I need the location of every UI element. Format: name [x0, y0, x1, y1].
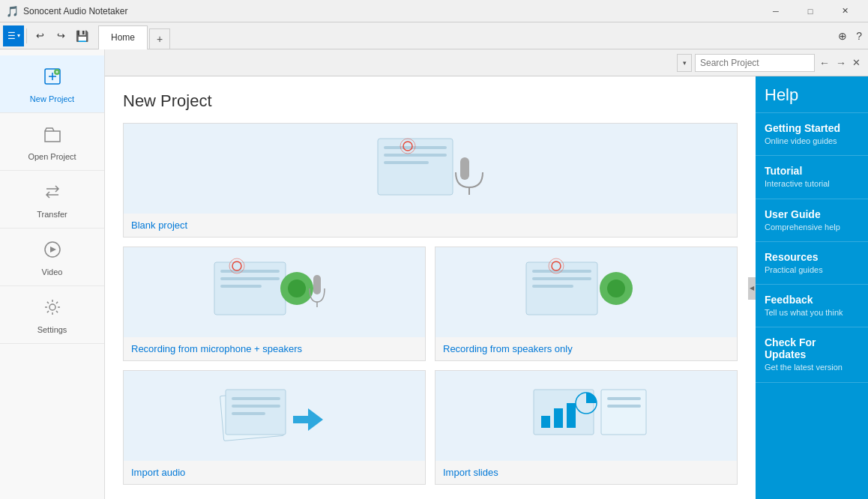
check-updates-subtitle: Get the latest version — [765, 362, 859, 372]
tutorial-subtitle: Interactive tutorial — [765, 178, 859, 189]
new-project-icon — [42, 66, 63, 91]
blank-project-card[interactable]: Blank project — [123, 123, 738, 238]
tab-area: Home + — [98, 22, 170, 49]
sidebar-item-open-project[interactable]: Open Project — [0, 113, 104, 171]
close-button[interactable]: ✕ — [828, 0, 862, 22]
sidebar-item-video[interactable]: Video — [0, 229, 104, 286]
svg-rect-7 — [384, 154, 447, 157]
svg-rect-19 — [313, 275, 321, 294]
open-project-icon — [42, 124, 63, 149]
import-audio-card[interactable]: Import audio — [123, 370, 426, 485]
speakers-only-card[interactable]: Recording from speakers only — [435, 247, 738, 361]
sidebar-open-project-label: Open Project — [28, 152, 76, 161]
search-next-button[interactable]: → — [834, 57, 848, 69]
user-guide-subtitle: Comprehensive help — [765, 222, 859, 232]
svg-rect-39 — [567, 403, 576, 428]
svg-rect-9 — [460, 157, 469, 180]
svg-rect-25 — [532, 277, 591, 280]
user-guide-title: User Guide — [765, 208, 859, 220]
help-button[interactable]: ? — [853, 28, 865, 43]
feedback-title: Feedback — [765, 294, 859, 306]
blank-project-label: Blank project — [124, 214, 737, 237]
svg-rect-15 — [220, 277, 280, 280]
speakers-only-image — [435, 247, 737, 337]
speakers-only-label: Recording from speakers only — [435, 337, 737, 360]
main-area: New Project Open Project Transfer — [0, 49, 868, 499]
svg-point-18 — [288, 279, 306, 297]
sidebar-settings-label: Settings — [37, 325, 67, 334]
tab-add-button[interactable]: + — [149, 28, 170, 49]
menu-button[interactable]: ☰ ▾ — [3, 25, 24, 46]
getting-started-title: Getting Started — [765, 122, 859, 134]
help-item-feedback[interactable]: Feedback Tell us what you think — [756, 285, 868, 327]
mic-speakers-card[interactable]: Recording from microphone + speakers — [123, 247, 426, 361]
svg-rect-38 — [554, 408, 563, 428]
import-slides-card[interactable]: Import slides — [435, 370, 738, 485]
getting-started-subtitle: Online video guides — [765, 136, 859, 146]
maximize-button[interactable]: □ — [793, 0, 828, 22]
svg-point-4 — [49, 304, 55, 310]
search-dropdown-button[interactable]: ▾ — [677, 54, 692, 72]
feedback-subtitle: Tell us what you think — [765, 307, 859, 318]
svg-point-28 — [607, 279, 625, 297]
svg-rect-16 — [220, 285, 262, 288]
transfer-icon — [42, 181, 63, 207]
zoom-button[interactable]: ⊕ — [835, 28, 850, 43]
import-audio-label: Import audio — [124, 461, 425, 484]
sidebar: New Project Open Project Transfer — [0, 49, 105, 499]
minimize-button[interactable]: ─ — [759, 0, 793, 22]
settings-icon — [42, 297, 63, 322]
toolbar: ☰ ▾ ↩ ↪ 💾 Home + ⊕ ? — [0, 22, 868, 49]
redo-button[interactable]: ↪ — [50, 25, 71, 46]
resources-subtitle: Practical guides — [765, 264, 859, 275]
content-area: SCREENPEDIA New Project — [105, 76, 756, 499]
panel-toggle-button[interactable]: ◀ — [748, 277, 756, 300]
menu-dropdown-arrow: ▾ — [17, 32, 20, 39]
svg-rect-37 — [541, 416, 550, 428]
sidebar-video-label: Video — [42, 267, 63, 276]
content-wrapper: ▾ ← → ✕ SCREENPEDIA New Project — [105, 49, 868, 499]
toolbar-separator-1 — [26, 28, 27, 43]
mic-speakers-image — [124, 247, 425, 337]
svg-rect-34 — [232, 405, 280, 408]
menu-icon: ☰ — [7, 31, 16, 41]
mic-speakers-label: Recording from microphone + speakers — [124, 337, 425, 360]
svg-rect-41 — [601, 390, 646, 435]
help-item-check-updates[interactable]: Check For Updates Get the latest version — [756, 327, 868, 382]
video-icon — [42, 239, 63, 264]
help-item-resources[interactable]: Resources Practical guides — [756, 242, 868, 285]
project-grid: Blank project — [123, 123, 738, 485]
page-title: New Project — [123, 91, 738, 111]
search-close-button[interactable]: ✕ — [851, 57, 862, 68]
svg-rect-43 — [607, 405, 641, 408]
import-slides-image — [435, 371, 737, 461]
search-input[interactable] — [695, 54, 815, 72]
search-prev-button[interactable]: ← — [818, 57, 831, 69]
tab-home-label: Home — [111, 32, 135, 43]
svg-marker-3 — [50, 247, 56, 252]
sidebar-transfer-label: Transfer — [37, 210, 67, 219]
tutorial-title: Tutorial — [765, 165, 859, 177]
sidebar-item-transfer[interactable]: Transfer — [0, 171, 104, 229]
titlebar: 🎵 Sonocent Audio Notetaker ─ □ ✕ — [0, 0, 868, 22]
svg-rect-42 — [607, 397, 641, 400]
svg-rect-8 — [384, 161, 429, 164]
svg-rect-14 — [220, 270, 280, 273]
sidebar-item-settings[interactable]: Settings — [0, 286, 104, 344]
import-slides-label: Import slides — [435, 461, 737, 484]
help-title: Help — [756, 76, 868, 113]
blank-project-image — [124, 124, 737, 214]
save-button[interactable]: 💾 — [71, 25, 92, 46]
help-panel: ◀ Help Getting Started Online video guid… — [756, 76, 868, 499]
check-updates-title: Check For Updates — [765, 336, 859, 360]
app-icon: 🎵 — [6, 5, 19, 17]
undo-button[interactable]: ↩ — [29, 25, 50, 46]
svg-rect-26 — [532, 285, 573, 288]
help-item-tutorial[interactable]: Tutorial Interactive tutorial — [756, 156, 868, 199]
search-bar: ▾ ← → ✕ — [105, 49, 868, 76]
sidebar-item-new-project[interactable]: New Project — [0, 55, 104, 113]
help-item-getting-started[interactable]: Getting Started Online video guides — [756, 113, 868, 156]
svg-rect-35 — [232, 412, 265, 415]
tab-home[interactable]: Home — [98, 25, 148, 49]
help-item-user-guide[interactable]: User Guide Comprehensive help — [756, 199, 868, 242]
